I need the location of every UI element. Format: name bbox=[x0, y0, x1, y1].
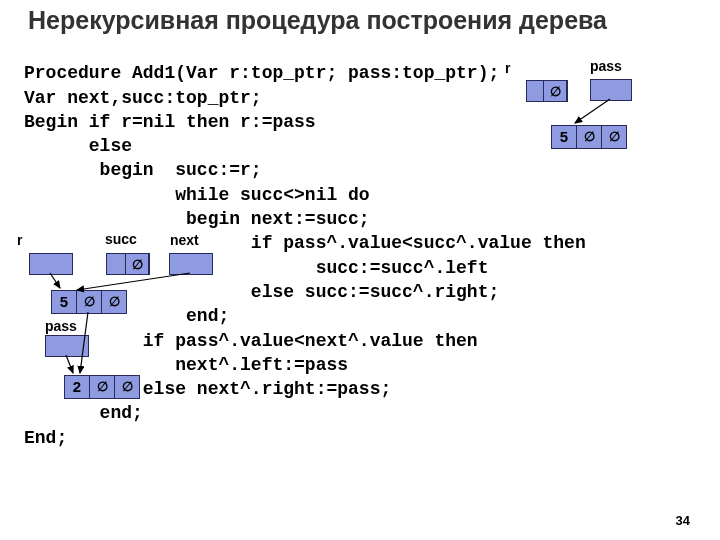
cell-nil: ∅ bbox=[125, 253, 149, 275]
box-pass-bot bbox=[45, 335, 89, 357]
code-line: begin next:=succ; bbox=[24, 209, 370, 229]
cell-two: 2 bbox=[64, 375, 90, 399]
code-line: begin succ:=r; bbox=[24, 160, 262, 180]
cell-nil: ∅ bbox=[114, 375, 140, 399]
code-line: Procedure Add1(Var r:top_ptr; pass:top_p… bbox=[24, 63, 499, 83]
cell-five-top: 5 bbox=[551, 125, 577, 149]
slide-number: 34 bbox=[676, 513, 690, 528]
box-pass-top bbox=[590, 79, 632, 101]
box-next bbox=[169, 253, 213, 275]
cell-five-bot: 5 bbox=[51, 290, 77, 314]
label-r: r bbox=[505, 60, 510, 76]
label-succ: succ bbox=[105, 231, 137, 247]
code-line: End; bbox=[24, 428, 67, 448]
code-line: while succ<>nil do bbox=[24, 185, 370, 205]
code-line: succ:=succ^.left bbox=[24, 258, 488, 278]
code-line: Var next,succ:top_ptr; bbox=[24, 88, 262, 108]
slide-title: Нерекурсивная процедура построения дерев… bbox=[0, 0, 720, 37]
code-line: if pass^.value<next^.value then bbox=[24, 331, 478, 351]
label-r-bottom: r bbox=[17, 232, 22, 248]
cell-nil: ∅ bbox=[76, 290, 102, 314]
code-line: Begin if r=nil then r:=pass bbox=[24, 112, 316, 132]
cell-nil: ∅ bbox=[101, 290, 127, 314]
code-line: else bbox=[24, 136, 132, 156]
label-next: next bbox=[170, 232, 199, 248]
cell-nil: ∅ bbox=[543, 80, 567, 102]
cell-nil: ∅ bbox=[601, 125, 627, 149]
box-r-bot bbox=[29, 253, 73, 275]
label-pass: pass bbox=[590, 58, 622, 74]
label-pass-bottom: pass bbox=[45, 318, 77, 334]
cell-nil: ∅ bbox=[576, 125, 602, 149]
cell-nil: ∅ bbox=[89, 375, 115, 399]
code-line: next^.left:=pass bbox=[24, 355, 348, 375]
code-line: end; bbox=[24, 403, 143, 423]
